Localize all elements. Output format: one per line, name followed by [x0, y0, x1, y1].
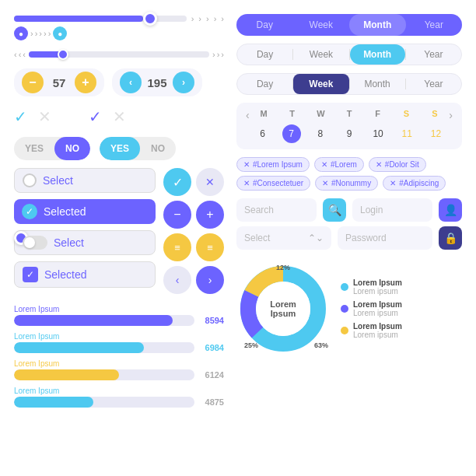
progress-section: Lorem Ipsum 8594 Lorem Ipsum 6984 [14, 305, 224, 408]
yes-no-group-2[interactable]: YES NO [100, 137, 176, 160]
tag-5[interactable]: ✕ #Nonummy [315, 176, 378, 191]
cal-tab-week-3[interactable]: Week [293, 74, 348, 94]
lock-icon-btn[interactable]: 🔒 [439, 226, 462, 250]
cal-day-7[interactable]: 7 [282, 124, 301, 143]
donut-center-label: LoremIpsum [270, 299, 296, 318]
stepper-value-1: 57 [48, 76, 70, 89]
cal-tab-day-3[interactable]: Day [237, 74, 292, 94]
cal-day-9[interactable]: 9 [340, 124, 359, 143]
toggle-3[interactable] [23, 236, 47, 250]
select-label-4: Selected [44, 268, 86, 281]
cal-day-11[interactable]: 11 [397, 124, 416, 143]
select-dropdown[interactable]: Select ⌃⌄ [236, 226, 331, 250]
select-item-2[interactable]: ✓ Selected [14, 199, 156, 224]
legend-title-1: Lorem Ipsum [353, 278, 402, 287]
progress-label-4: Lorem Ipsum [14, 387, 224, 395]
legend-sub-1: Lorem ipsum [353, 287, 402, 296]
progress-label-1: Lorem Ipsum [14, 305, 224, 313]
tag-6[interactable]: ✕ #Adipiscing [383, 176, 446, 191]
donut-chart: LoremIpsum 12% 25% 63% [236, 262, 330, 355]
chevron-icon: ⌃⌄ [308, 233, 324, 243]
cal-tab-month-3[interactable]: Month [350, 74, 405, 94]
tag-2[interactable]: ✕ #Lorem [314, 157, 364, 172]
stepper-minus-1[interactable]: − [22, 72, 44, 93]
icon-left-btn[interactable]: ‹ [163, 266, 191, 294]
progress-item-2: Lorem Ipsum 6984 [14, 332, 224, 353]
password-field[interactable]: Password [338, 226, 432, 250]
progress-num-4: 4875 [199, 397, 224, 407]
stepper-plus-1[interactable]: + [75, 72, 96, 93]
check-row: ✓ ✕ ✓ ✕ [14, 104, 224, 129]
progress-item-1: Lorem Ipsum 8594 [14, 305, 224, 326]
cal-tab-week-1[interactable]: Week [293, 14, 350, 36]
tag-x-5[interactable]: ✕ [322, 179, 328, 187]
calendar-grid: ‹ M T W T F S S › 6 7 8 9 10 11 12 [236, 103, 462, 149]
user-icon-btn[interactable]: 👤 [439, 198, 462, 222]
cal-tab-day-2[interactable]: Day [237, 44, 292, 65]
tag-x-2[interactable]: ✕ [321, 160, 327, 169]
search-field[interactable]: Search [236, 198, 317, 222]
legend-dot-3 [341, 327, 348, 334]
cal-day-header-m: M [250, 109, 278, 118]
yes-no-row[interactable]: YES NO YES NO [14, 137, 224, 160]
tag-x-6[interactable]: ✕ [390, 179, 396, 187]
tags-section: ✕ #Lorem Ipsum ✕ #Lorem ✕ #Dolor Sit ✕ #… [236, 157, 462, 191]
yes-no-group-1[interactable]: YES NO [14, 137, 90, 160]
slider-tracks-row[interactable]: ‹ ‹ ‹ › › › [14, 50, 224, 59]
cal-tab-year-2[interactable]: Year [406, 44, 461, 65]
tag-row-2: ✕ #Consectetuer ✕ #Nonummy ✕ #Adipiscing [236, 176, 462, 191]
icon-menu-btn-2[interactable]: ≡ [196, 233, 224, 261]
cal-tab-year-3[interactable]: Year [406, 74, 461, 94]
slider-purple[interactable]: › › › › › [14, 14, 224, 23]
select-item-4[interactable]: ✓ Selected [14, 261, 156, 288]
cal-tab-row-2[interactable]: Day Week Month Year [236, 44, 462, 65]
legend-title-2: Lorem Ipsum [353, 300, 402, 309]
stepper-row[interactable]: − 57 + ‹ 195 › [14, 68, 224, 96]
cal-tab-row-3[interactable]: Day Week Month Year [236, 73, 462, 95]
input-row-1: Search 🔍 Login 👤 [236, 198, 462, 222]
cal-tab-month-2[interactable]: Month [350, 44, 405, 65]
progress-num-2: 6984 [199, 343, 224, 352]
login-field[interactable]: Login [352, 198, 432, 222]
icon-right-btn[interactable]: › [196, 266, 224, 294]
cal-day-8[interactable]: 8 [311, 124, 330, 143]
icon-menu-btn-1[interactable]: ≡ [163, 233, 191, 261]
progress-item-4: Lorem Ipsum 4875 [14, 387, 224, 408]
icon-check-btn[interactable]: ✓ [163, 168, 191, 196]
icon-x-btn[interactable]: ✕ [196, 168, 224, 196]
select-item-1[interactable]: Select [14, 168, 156, 193]
tag-3[interactable]: ✕ #Dolor Sit [369, 157, 426, 172]
cal-day-6[interactable]: 6 [254, 124, 272, 143]
cal-next-btn[interactable]: › [449, 109, 453, 121]
tag-label-4: #Consectetuer [253, 179, 303, 187]
cal-day-10[interactable]: 10 [369, 124, 387, 143]
stepper-next-2[interactable]: › [173, 72, 194, 93]
cal-tab-week-2[interactable]: Week [293, 44, 348, 65]
cal-day-header-f: F [363, 109, 392, 118]
select-item-3[interactable]: Select [14, 230, 156, 255]
no-btn-2[interactable]: NO [140, 137, 176, 160]
tag-x-3[interactable]: ✕ [376, 160, 382, 169]
slider-arrows-1: ● › › › › › ● [14, 26, 224, 40]
yes-btn-1[interactable]: YES [14, 137, 54, 160]
yes-btn-2[interactable]: YES [100, 137, 140, 160]
stepper-prev-2[interactable]: ‹ [120, 72, 142, 93]
legend-item-2: Lorem Ipsum Lorem ipsum [341, 300, 402, 317]
tag-4[interactable]: ✕ #Consectetuer [236, 176, 310, 191]
icon-minus-btn[interactable]: − [163, 201, 191, 229]
search-icon-btn[interactable]: 🔍 [323, 198, 346, 222]
check-icon-1: ✓ [14, 107, 27, 126]
tag-1[interactable]: ✕ #Lorem Ipsum [236, 157, 310, 172]
cal-tab-month-1[interactable]: Month [349, 14, 406, 36]
input-row-2: Select ⌃⌄ Password 🔒 [236, 226, 462, 250]
icon-button-grid: ✓ ✕ − + ≡ ≡ ‹ › [163, 168, 224, 294]
tag-x-4[interactable]: ✕ [243, 179, 250, 187]
no-btn-1[interactable]: NO [54, 137, 90, 160]
tag-x-1[interactable]: ✕ [243, 160, 250, 169]
cal-tab-day-1[interactable]: Day [236, 14, 293, 36]
cal-day-12[interactable]: 12 [426, 124, 445, 143]
cal-tab-year-1[interactable]: Year [406, 14, 463, 36]
cal-tab-row-1[interactable]: Day Week Month Year [236, 14, 462, 36]
icon-plus-btn[interactable]: + [196, 201, 224, 229]
legend-dot-2 [341, 305, 348, 313]
